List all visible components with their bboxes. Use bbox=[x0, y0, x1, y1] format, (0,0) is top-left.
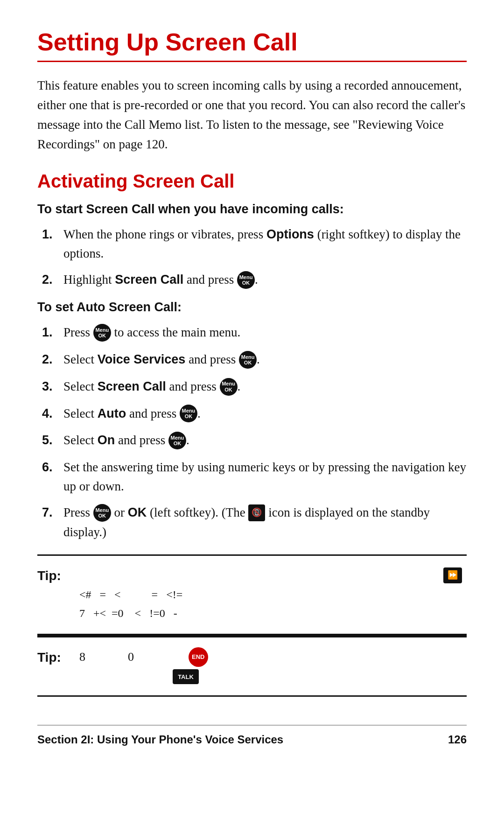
list-item: 5. Select On and press MenuOK. bbox=[42, 431, 467, 450]
list-content: Select Voice Services and press MenuOK. bbox=[63, 350, 467, 370]
subsection2-label: To set Auto Screen Call: bbox=[37, 300, 467, 315]
tip-row-1: Tip: ⏩ <# = < = <!= 7 +< =0 < !=0 - bbox=[37, 562, 467, 627]
menu-ok-button-icon: MenuOK bbox=[168, 432, 186, 449]
menu-ok-button-icon: MenuOK bbox=[237, 271, 255, 289]
list-content: Select Screen Call and press MenuOK. bbox=[63, 377, 467, 397]
page-title: Setting Up Screen Call bbox=[37, 28, 467, 62]
tip-label-2: Tip: bbox=[37, 648, 79, 667]
screen-call-term: Screen Call bbox=[115, 273, 183, 287]
list-content: Select Auto and press MenuOK. bbox=[63, 404, 467, 424]
intro-paragraph: This feature enables you to screen incom… bbox=[37, 76, 467, 154]
tip-text-line1: <# = < = <!= bbox=[79, 586, 467, 603]
list-item: 3. Select Screen Call and press MenuOK. bbox=[42, 377, 467, 397]
list-content: Set the answering time by using numeric … bbox=[63, 458, 467, 496]
screen-call-term2: Screen Call bbox=[98, 379, 166, 393]
list-item: 7. Press MenuOK or OK (left softkey). (T… bbox=[42, 503, 467, 541]
incoming-calls-list: 1. When the phone rings or vibrates, pre… bbox=[42, 225, 467, 290]
tip-label-1: Tip: bbox=[37, 566, 79, 586]
list-item: 2. Highlight Screen Call and press MenuO… bbox=[42, 270, 467, 290]
footer-left: Section 2I: Using Your Phone's Voice Ser… bbox=[37, 733, 283, 746]
tip-row-2: Tip: 8 0 END TALK bbox=[37, 644, 467, 689]
menu-ok-button-icon: MenuOK bbox=[239, 351, 257, 369]
subsection1-label: To start Screen Call when you have incom… bbox=[37, 202, 467, 217]
auto-screen-call-list: 1. Press MenuOK to access the main menu.… bbox=[42, 323, 467, 541]
list-num: 2. bbox=[42, 270, 63, 289]
menu-ok-button-icon: MenuOK bbox=[220, 378, 238, 396]
list-num: 4. bbox=[42, 404, 63, 423]
voice-services-term: Voice Services bbox=[98, 352, 186, 366]
list-content: Highlight Screen Call and press MenuOK. bbox=[63, 270, 467, 290]
end-button-icon: END bbox=[189, 647, 208, 667]
menu-ok-button-icon: MenuOK bbox=[93, 324, 111, 342]
tip-content-1: ⏩ <# = < = <!= 7 +< =0 < !=0 - bbox=[79, 566, 467, 623]
on-term: On bbox=[98, 433, 115, 447]
list-item: 6. Set the answering time by using numer… bbox=[42, 458, 467, 496]
tip-table-1: Tip: ⏩ <# = < = <!= 7 +< =0 < !=0 - bbox=[37, 554, 467, 635]
page-footer: Section 2I: Using Your Phone's Voice Ser… bbox=[37, 725, 467, 746]
menu-ok-button-icon: MenuOK bbox=[180, 405, 197, 422]
list-num: 6. bbox=[42, 458, 63, 477]
list-num: 7. bbox=[42, 503, 63, 522]
list-item: 1. When the phone rings or vibrates, pre… bbox=[42, 225, 467, 263]
record-icon: ⏩ bbox=[443, 567, 462, 583]
list-content: Select On and press MenuOK. bbox=[63, 431, 467, 450]
menu-ok-button-icon: MenuOK bbox=[93, 504, 111, 522]
list-num: 1. bbox=[42, 323, 63, 342]
phone-recording-icon: 📵 bbox=[248, 504, 265, 521]
auto-term: Auto bbox=[98, 406, 126, 420]
tip-table-2: Tip: 8 0 END TALK bbox=[37, 636, 467, 697]
list-content: When the phone rings or vibrates, press … bbox=[63, 225, 467, 263]
ok-term: OK bbox=[128, 505, 147, 519]
list-num: 5. bbox=[42, 431, 63, 450]
talk-button-icon: TALK bbox=[173, 669, 199, 684]
list-num: 2. bbox=[42, 350, 63, 369]
list-item: 1. Press MenuOK to access the main menu. bbox=[42, 323, 467, 343]
footer-right: 126 bbox=[448, 733, 467, 746]
list-num: 3. bbox=[42, 377, 63, 396]
list-item: 4. Select Auto and press MenuOK. bbox=[42, 404, 467, 424]
options-term: Options bbox=[266, 227, 314, 241]
section-activating-title: Activating Screen Call bbox=[37, 171, 467, 192]
tip-content-2: 8 0 END TALK bbox=[79, 648, 467, 686]
tip-text-line2: 7 +< =0 < !=0 - bbox=[79, 605, 467, 622]
list-item: 2. Select Voice Services and press MenuO… bbox=[42, 350, 467, 370]
list-content: Press MenuOK or OK (left softkey). (The … bbox=[63, 503, 467, 541]
list-content: Press MenuOK to access the main menu. bbox=[63, 323, 467, 343]
tip-icon-line: ⏩ bbox=[79, 566, 467, 584]
list-num: 1. bbox=[42, 225, 63, 244]
